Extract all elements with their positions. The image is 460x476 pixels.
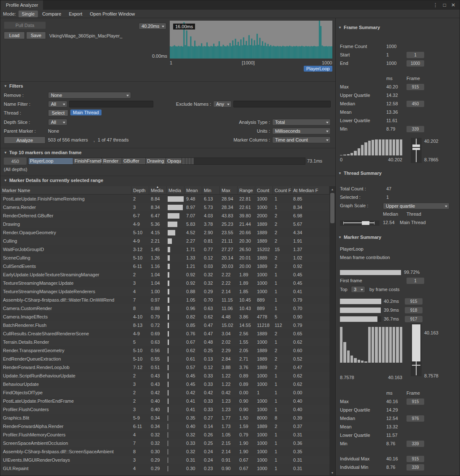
- maximize-icon[interactable]: □: [443, 2, 446, 8]
- first-frame-box[interactable]: 1: [407, 278, 424, 284]
- marker-row[interactable]: PostLateUpdate.FinishFrameRendering28.84…: [0, 195, 329, 203]
- marker-details-header[interactable]: ▼ Marker Details for currently selected …: [4, 178, 103, 183]
- marker-row[interactable]: EndRenderQueueExtraction5-100.550.610.13…: [0, 355, 329, 363]
- frame-index-box[interactable]: 1000: [407, 60, 424, 67]
- marker-row[interactable]: Drawing4-95.365.833.7825.2321.44188925.6…: [0, 220, 329, 228]
- column-header-count-fra[interactable]: Count Fra: [273, 186, 292, 194]
- top10-segment[interactable]: Opaqu: [166, 158, 182, 164]
- menu-item-open-profiler-window[interactable]: Open Profiler Window: [86, 11, 138, 17]
- frame-summary-header[interactable]: ▼ Frame Summary: [336, 22, 460, 32]
- kebab-menu-icon[interactable]: ⋮: [433, 2, 438, 8]
- marker-row[interactable]: Camera.ImageEffects4-100.790.820.624.483…: [0, 313, 329, 321]
- graph-scale-dropdown[interactable]: Upper quartile: [383, 203, 449, 209]
- column-header-count[interactable]: Count: [255, 186, 273, 194]
- frame-index-box[interactable]: 915: [407, 456, 424, 462]
- frame-index-box[interactable]: 339: [407, 441, 424, 447]
- marker-row[interactable]: PostLateUpdate.ProfilerEndFrame20.400.41…: [0, 397, 329, 405]
- marker-row[interactable]: RenderForwardAlpha.Render6-110.340.400.1…: [0, 422, 329, 431]
- top10-segment[interactable]: [188, 158, 191, 164]
- chart-scale-dropdown[interactable]: 40.20ms: [139, 23, 166, 29]
- frame-index-box[interactable]: 915: [407, 398, 424, 405]
- analysis-type-dropdown[interactable]: Total: [272, 119, 331, 126]
- marker-row[interactable]: GUI.Repaint40.290.300.230.900.67100010.3…: [0, 464, 329, 473]
- marker-row[interactable]: FindObjectsOfType20.420.420.420.420.0011…: [0, 388, 329, 397]
- marker-row[interactable]: Update.ScriptRunBehaviourUpdate20.430.45…: [0, 372, 329, 380]
- column-header-min[interactable]: Min: [202, 186, 220, 194]
- column-header-at-median-f[interactable]: At Median F: [292, 186, 329, 194]
- top-n-dropdown[interactable]: 3: [351, 286, 365, 293]
- frame-index-box[interactable]: 339: [407, 126, 424, 132]
- scroll-up-icon[interactable]: ▲: [329, 186, 335, 192]
- marker-row[interactable]: Profiler.FlushMemoryCounters40.320.320.2…: [0, 431, 329, 439]
- top10-segment[interactable]: FinishFrameR: [73, 158, 102, 164]
- thread-summary-header[interactable]: ▼ Thread Summary: [336, 168, 460, 178]
- menu-item-compare[interactable]: Compare: [39, 11, 64, 17]
- marker-row[interactable]: TextureStreamingManager.UpdateRenderers4…: [0, 287, 329, 296]
- marker-row[interactable]: RenderDeferred.GBuffer6-76.477.074.0343.…: [0, 211, 329, 220]
- frame-index-box[interactable]: 339: [407, 464, 424, 471]
- top10-segment[interactable]: GBuffer: [122, 158, 146, 164]
- column-header-mean[interactable]: Mean: [185, 186, 202, 194]
- thread-filter-tag[interactable]: Main Thread: [70, 110, 102, 115]
- name-filter-input[interactable]: [69, 101, 153, 107]
- close-icon[interactable]: ✕: [451, 2, 455, 8]
- marker-row[interactable]: Camera.CustomRender80.880.960.6311.0610.…: [0, 304, 329, 313]
- marker-row[interactable]: WaitForJobGroupID3-121.451.710.7727.2726…: [0, 245, 329, 254]
- column-header-media[interactable]: Media▲: [149, 186, 167, 194]
- tab-profile-analyzer[interactable]: Profile Analyzer: [1, 0, 43, 10]
- marker-summary-header[interactable]: ▼ Marker Summary: [336, 232, 460, 242]
- frame-index-box[interactable]: 1: [407, 52, 424, 58]
- column-header-depth[interactable]: Depth: [131, 186, 149, 194]
- marker-row[interactable]: Camera.Render38.348.975.7328.3422.611000…: [0, 203, 329, 211]
- marker-row[interactable]: Culling4-92.212.270.8121.1120.30188921.9…: [0, 237, 329, 245]
- column-header-range[interactable]: Range: [238, 186, 255, 194]
- depth-slice-dropdown[interactable]: All: [48, 119, 67, 126]
- column-header-media[interactable]: Media: [167, 186, 185, 194]
- column-header-marker-name[interactable]: Marker Name: [0, 186, 131, 194]
- load-button[interactable]: Load: [4, 32, 25, 39]
- marker-row[interactable]: Render.OpaqueGeometry5-104.154.522.9023.…: [0, 228, 329, 237]
- table-scrollbar[interactable]: ▲ ▼: [329, 186, 335, 476]
- marker-row[interactable]: Render.TransparentGeometry5-100.560.620.…: [0, 346, 329, 355]
- remove-filter-dropdown[interactable]: None: [48, 92, 131, 99]
- marker-row[interactable]: CullResults.CreateSharedRendererScene4-9…: [0, 329, 329, 338]
- marker-row[interactable]: EarlyUpdate.UpdateTextureStreamingManage…: [0, 270, 329, 279]
- frame-index-box[interactable]: 918: [405, 307, 423, 313]
- frame-index-box[interactable]: 976: [407, 415, 424, 422]
- exclude-mode-dropdown[interactable]: Any: [213, 101, 232, 107]
- frame-index-box[interactable]: 450: [407, 101, 424, 107]
- scroll-down-icon[interactable]: ▼: [329, 470, 335, 476]
- top10-segment[interactable]: [185, 158, 188, 164]
- median-frame-box[interactable]: 450: [4, 158, 27, 165]
- frame-index-box[interactable]: 915: [407, 84, 424, 90]
- frame-time-chart[interactable]: 16.00ms: [170, 21, 332, 59]
- frame-summary-histogram[interactable]: [340, 139, 402, 155]
- marker-row[interactable]: RenderForward.RenderLoopJob7-120.510.570…: [0, 363, 329, 372]
- scrollbar-thumb[interactable]: [330, 193, 334, 223]
- marker-row[interactable]: SceneCulling5-101.261.330.1220.1420.0118…: [0, 254, 329, 262]
- marker-row[interactable]: Terrain.Details.Render50.630.670.482.021…: [0, 338, 329, 346]
- marker-summary-histogram[interactable]: [340, 327, 402, 363]
- pull-data-button[interactable]: Pull Data: [4, 21, 46, 29]
- marker-row[interactable]: BehaviourUpdate30.430.450.331.220.891000…: [0, 380, 329, 388]
- marker-row[interactable]: BatchRenderer.Flush8-130.720.850.4715.02…: [0, 321, 329, 329]
- marker-row[interactable]: TextureStreamingManager.Update31.040.920…: [0, 279, 329, 287]
- filters-header[interactable]: ▼ Filters: [4, 83, 23, 88]
- marker-row[interactable]: UIEvents.IMGUIRenderOverlays30.290.310.2…: [0, 456, 329, 464]
- save-button[interactable]: Save: [26, 32, 46, 39]
- exclude-names-input[interactable]: [233, 101, 331, 107]
- top10-segment[interactable]: Drawing: [146, 158, 166, 164]
- analyze-button[interactable]: Analyze: [4, 136, 45, 144]
- name-filter-mode-dropdown[interactable]: All: [48, 101, 67, 107]
- frame-index-box[interactable]: 917: [405, 316, 423, 322]
- marker-row[interactable]: ScreenSpaceAmbientOcclusion70.320.330.25…: [0, 439, 329, 447]
- frame-index-box[interactable]: 915: [405, 298, 423, 305]
- top10-segment[interactable]: [182, 158, 185, 164]
- top10-header[interactable]: ▼ Top 10 markers on median frame: [4, 150, 82, 155]
- units-dropdown[interactable]: Milliseconds: [272, 128, 331, 134]
- marker-row[interactable]: CullSendEvents6-111.161.210.0320.0320.00…: [0, 262, 329, 270]
- thread-row[interactable]: 12.54 Main Thread: [336, 219, 460, 227]
- top10-segment[interactable]: [191, 158, 194, 164]
- top10-segment[interactable]: Render: [102, 158, 122, 164]
- top10-segment[interactable]: PlayerLoop: [29, 158, 73, 164]
